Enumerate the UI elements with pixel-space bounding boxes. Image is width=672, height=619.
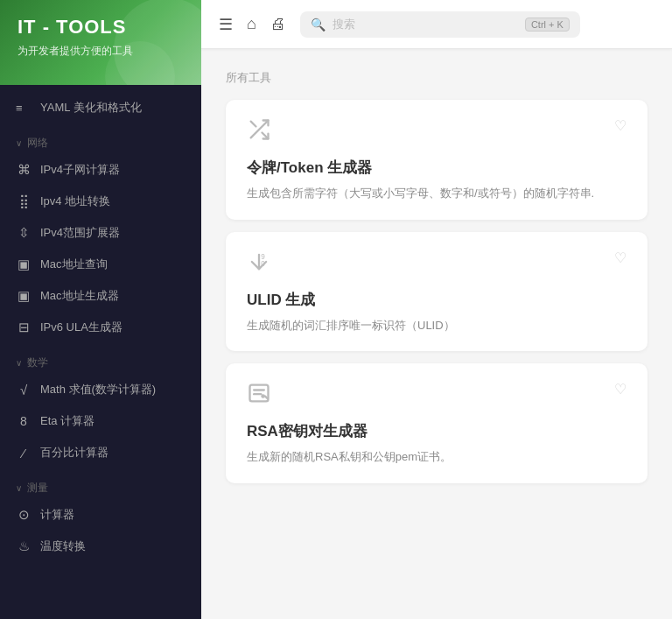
item-label: Mac地址生成器 (40, 288, 119, 304)
sidebar-item-temperature[interactable]: ♨ 温度转换 (0, 531, 201, 562)
home-icon[interactable]: ⌂ (247, 15, 256, 33)
search-placeholder: 搜索 (332, 17, 518, 32)
item-label: Math 求值(数学计算器) (40, 382, 156, 397)
yaml-label: YAML 美化和格式化 (40, 100, 142, 116)
ipv6-icon: ⊟ (16, 320, 32, 335)
shuffle-icon (247, 117, 271, 147)
sidebar-item-ipv4-range[interactable]: ⇳ IPv4范围扩展器 (0, 217, 201, 249)
sidebar-item-math[interactable]: √ Math 求值(数学计算器) (0, 374, 201, 405)
tool-title: ULID 生成 (247, 290, 626, 310)
app-title: IT - TOOLS (18, 16, 184, 39)
sidebar-item-mac-lookup[interactable]: ▣ Mac地址查询 (0, 249, 201, 280)
favorite-icon[interactable]: ♡ (614, 381, 626, 397)
section-label-measure: 测量 (27, 481, 48, 496)
item-label: 温度转换 (40, 538, 86, 554)
app-subtitle: 为开发者提供方便的工具 (18, 44, 184, 59)
eta-icon: 8 (16, 414, 32, 428)
search-shortcut: Ctrl + K (525, 18, 570, 32)
item-label: IPv4范围扩展器 (40, 225, 120, 241)
tool-desc: 生成随机的词汇排序唯一标识符（ULID） (247, 317, 626, 334)
item-label: 计算器 (40, 507, 74, 523)
sidebar-header: IT - TOOLS 为开发者提供方便的工具 (0, 0, 201, 85)
thermometer-icon: ♨ (16, 538, 32, 554)
section-label-math: 数学 (27, 355, 48, 370)
search-icon: 🔍 (311, 18, 326, 32)
sidebar-item-ipv4-subnet[interactable]: ⌘ IPv4子网计算器 (0, 154, 201, 186)
sidebar: IT - TOOLS 为开发者提供方便的工具 ≡ YAML 美化和格式化 ∨ 网… (0, 0, 201, 619)
sidebar-section-measure: ∨ 测量 (0, 468, 201, 499)
sidebar-item-yaml[interactable]: ≡ YAML 美化和格式化 (0, 92, 201, 123)
chevron-icon: ∨ (16, 138, 22, 148)
sidebar-item-ipv4-convert[interactable]: ⣿ Ipv4 地址转换 (0, 186, 201, 217)
section-title: 所有工具 (226, 70, 648, 86)
mac-icon: ▣ (16, 257, 32, 272)
rsa-icon (247, 381, 271, 411)
expand-icon: ⇳ (16, 225, 32, 241)
svg-line-2 (251, 122, 256, 127)
chevron-icon: ∨ (16, 483, 22, 493)
tool-card-rsa[interactable]: ♡ RSA密钥对生成器 生成新的随机RSA私钥和公钥pem证书。 (226, 363, 648, 483)
item-label: IPv4子网计算器 (40, 162, 120, 178)
item-label: Mac地址查询 (40, 257, 108, 272)
card-top: 9 0 ♡ (247, 250, 626, 279)
menu-toggle-icon[interactable]: ☰ (219, 15, 233, 34)
sidebar-item-ipv6-ula[interactable]: ⊟ IPv6 ULA生成器 (0, 312, 201, 343)
sidebar-item-percent[interactable]: ∕ 百分比计算器 (0, 437, 201, 468)
tool-title: RSA密钥对生成器 (247, 421, 626, 441)
mac-gen-icon: ▣ (16, 288, 32, 304)
content-area: 所有工具 ♡ 令牌/Token 生成器 生成包含所需字符（大写或小写字母、数字 (201, 49, 672, 619)
network-icon: ⌘ (16, 162, 32, 178)
chevron-icon: ∨ (16, 358, 22, 368)
section-label-network: 网络 (27, 136, 48, 151)
item-label: Ipv4 地址转换 (40, 193, 110, 209)
search-bar[interactable]: 🔍 搜索 Ctrl + K (300, 11, 580, 38)
sqrt-icon: √ (16, 383, 32, 397)
item-label: IPv6 ULA生成器 (40, 320, 122, 335)
favorite-icon[interactable]: ♡ (614, 117, 626, 134)
timer-icon: ⊙ (16, 507, 32, 523)
main-area: ☰ ⌂ 🖨 🔍 搜索 Ctrl + K 所有工具 (201, 0, 672, 619)
sidebar-section-network: ∨ 网络 (0, 123, 201, 154)
ulid-icon: 9 0 (247, 250, 271, 279)
sidebar-section-math: ∨ 数学 (0, 343, 201, 374)
sidebar-item-mac-gen[interactable]: ▣ Mac地址生成器 (0, 280, 201, 312)
sidebar-content: ≡ YAML 美化和格式化 ∨ 网络 ⌘ IPv4子网计算器 ⣿ Ipv4 地址… (0, 85, 201, 569)
sidebar-item-eta[interactable]: 8 Eta 计算器 (0, 405, 201, 437)
svg-text:0: 0 (261, 259, 265, 267)
item-label: Eta 计算器 (40, 413, 94, 429)
grid-icon: ⣿ (16, 193, 32, 209)
tool-desc: 生成包含所需字符（大写或小写字母、数字和/或符号）的随机字符串. (247, 185, 626, 202)
tool-card-token[interactable]: ♡ 令牌/Token 生成器 生成包含所需字符（大写或小写字母、数字和/或符号）… (226, 100, 648, 220)
tool-card-ulid[interactable]: 9 0 ♡ ULID 生成 生成随机的词汇排序唯一标识符（ULID） (226, 232, 648, 352)
card-top: ♡ (247, 117, 626, 147)
favorite-icon[interactable]: ♡ (614, 250, 626, 266)
item-label: 百分比计算器 (40, 445, 108, 461)
topbar: ☰ ⌂ 🖨 🔍 搜索 Ctrl + K (201, 0, 672, 49)
percent-icon: ∕ (16, 446, 32, 461)
sidebar-item-calculator[interactable]: ⊙ 计算器 (0, 499, 201, 531)
tool-desc: 生成新的随机RSA私钥和公钥pem证书。 (247, 448, 626, 466)
svg-line-10 (265, 397, 267, 398)
tool-title: 令牌/Token 生成器 (247, 158, 626, 178)
card-top: ♡ (247, 381, 626, 411)
bookmark-icon[interactable]: 🖨 (270, 15, 286, 33)
menu-icon: ≡ (16, 102, 32, 115)
